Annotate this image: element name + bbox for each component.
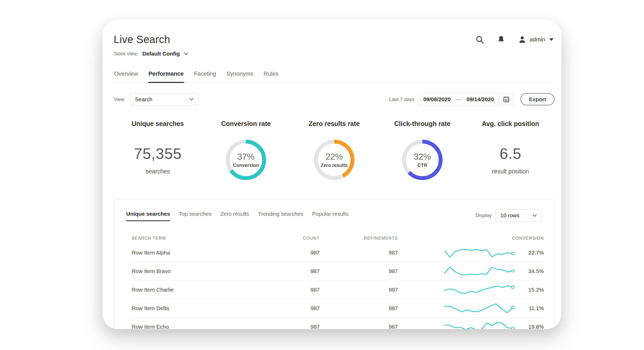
nav-tab-rules[interactable]: Rules: [263, 70, 279, 82]
cell-search-term: Row Item Charlie: [132, 287, 254, 293]
results-table: SEARCH TERM COUNT REFINEMENTS CONVERSION…: [114, 233, 554, 329]
table-row[interactable]: Row Item Charlie 987 987 15.2%: [132, 281, 544, 299]
cell-search-term: Row Item Alpha: [132, 250, 254, 256]
kpi-donut-chart: 32% CTR: [402, 140, 443, 180]
kpi-body: 32% CTR: [402, 136, 443, 183]
date-end: 09/14/2020: [466, 96, 494, 102]
nav-tabs: OverviewPerformanceFacetingSynonymsRules: [114, 70, 555, 83]
cell-search-term: Row Item Echo: [132, 324, 254, 329]
export-button[interactable]: Export: [520, 93, 555, 105]
date-range-input[interactable]: 09/08/2020 — 09/14/2020: [419, 93, 498, 105]
kpi-card-unique-searches: Unique searches 75,355 searches: [114, 120, 202, 183]
cell-refinements: 987: [320, 250, 398, 256]
column-header-refinements: REFINEMENTS: [320, 236, 398, 241]
column-header-search-term: SEARCH TERM: [132, 236, 254, 241]
cell-search-term: Row Item Bravo: [132, 268, 254, 274]
table-row[interactable]: Row Item Bravo 987 987 34.5%: [132, 262, 544, 281]
conversion-sparkline: [443, 246, 518, 260]
kpi-title: Avg. click position: [482, 120, 539, 128]
chevron-down-icon: [184, 52, 188, 55]
calendar-button[interactable]: [499, 93, 514, 105]
kpi-body: 37% Conversion: [226, 136, 266, 183]
store-view[interactable]: Store view: Default Config: [114, 51, 555, 57]
chevron-down-icon: [532, 214, 537, 217]
chevron-down-icon: [189, 98, 194, 101]
kpi-row: Unique searches 75,355 searches Conversi…: [114, 120, 555, 183]
rows-per-page-select[interactable]: 10 rows: [495, 209, 542, 222]
page-header: Live Search admin: [114, 20, 555, 45]
conversion-sparkline: [443, 320, 518, 329]
table-tab-top-searches[interactable]: Top searches: [179, 211, 211, 221]
table-row[interactable]: Row Item Echo 987 987 19.8%: [132, 318, 544, 329]
cell-conversion: 11.1%: [525, 305, 544, 311]
cell-conversion: 34.5%: [525, 268, 544, 274]
user-name: admin: [530, 36, 545, 43]
cell-refinements: 987: [320, 287, 398, 293]
kpi-value: 6.5: [500, 145, 521, 162]
kpi-donut-chart: 37% Conversion: [226, 140, 266, 180]
search-icon[interactable]: [475, 35, 484, 44]
kpi-card-conversion-rate: Conversion rate 37% Conversion: [202, 120, 290, 183]
kpi-card-click-through-rate: Click-through rate 32% CTR: [378, 120, 466, 183]
cell-refinements: 987: [320, 324, 398, 329]
display-label: Display: [476, 213, 492, 218]
conversion-sparkline: [443, 283, 518, 297]
kpi-body: 75,355 searches: [134, 136, 181, 183]
cell-refinements: 987: [320, 268, 398, 274]
cell-conversion: 22.7%: [525, 250, 544, 256]
view-select-value: Search: [135, 96, 153, 102]
nav-tab-faceting[interactable]: Faceting: [193, 70, 216, 82]
table-tab-popular-results[interactable]: Popular results: [312, 211, 349, 221]
page-title: Live Search: [114, 34, 170, 45]
kpi-donut-label: Conversion: [233, 163, 259, 168]
cell-count: 987: [254, 268, 320, 274]
date-separator: —: [456, 96, 461, 102]
caret-down-icon: [549, 38, 554, 41]
column-header-conversion: CONVERSION: [398, 236, 544, 241]
store-view-label: Store view:: [114, 51, 138, 57]
table-tab-zero-results[interactable]: Zero results: [220, 211, 249, 221]
cell-count: 987: [254, 324, 320, 329]
kpi-body: 22% Zero results: [314, 136, 355, 183]
table-row[interactable]: Row Item Delta 987 987 11.1%: [132, 299, 544, 318]
cell-refinements: 987: [320, 305, 398, 311]
nav-tab-performance[interactable]: Performance: [148, 70, 184, 82]
kpi-unit: searches: [145, 168, 170, 175]
table-row[interactable]: Row Item Alpha 987 987 22.7%: [132, 244, 544, 262]
table-tab-trending-searches[interactable]: Trending searches: [258, 211, 303, 221]
view-label: View: [114, 96, 124, 102]
kpi-donut-label: CTR: [417, 163, 427, 168]
store-view-value: Default Config: [142, 51, 180, 57]
kpi-title: Unique searches: [132, 120, 184, 128]
cell-search-term: Row Item Delta: [132, 305, 254, 311]
view-select[interactable]: Search: [130, 93, 199, 105]
kpi-donut-value: 22%: [325, 152, 343, 162]
toolbar: View Search Last 7 days 09/08/2020 — 09/…: [114, 93, 555, 105]
bell-icon[interactable]: [497, 35, 506, 44]
live-search-card: Live Search admin: [102, 20, 561, 329]
cell-count: 987: [254, 305, 320, 311]
date-start: 09/08/2020: [423, 96, 451, 102]
nav-tab-synonyms[interactable]: Synonyms: [226, 70, 254, 82]
cell-conversion: 19.8%: [525, 324, 544, 329]
column-header-count: COUNT: [254, 236, 320, 241]
kpi-donut-label: Zero results: [321, 163, 348, 168]
kpi-donut-value: 32%: [414, 152, 431, 162]
kpi-body: 6.5 result position: [492, 136, 529, 183]
kpi-card-zero-results-rate: Zero results rate 22% Zero results: [290, 120, 378, 183]
user-avatar-icon: [518, 35, 526, 44]
kpi-unit: result position: [492, 168, 529, 175]
nav-tab-overview[interactable]: Overview: [114, 70, 139, 82]
kpi-donut-value: 37%: [237, 152, 254, 162]
cell-count: 987: [254, 287, 320, 293]
user-menu[interactable]: admin: [518, 35, 554, 44]
calendar-icon: [503, 96, 510, 103]
kpi-title: Click-through rate: [394, 120, 450, 128]
rows-per-page-value: 10 rows: [500, 212, 520, 219]
cell-conversion: 15.2%: [525, 287, 544, 293]
kpi-title: Zero results rate: [309, 120, 360, 128]
kpi-card-avg-click-position: Avg. click position 6.5 result position: [466, 120, 555, 183]
results-panel: Unique searchesTop searchesZero resultsT…: [114, 199, 555, 329]
table-tab-unique-searches[interactable]: Unique searches: [126, 211, 170, 221]
table-header: SEARCH TERM COUNT REFINEMENTS CONVERSION: [132, 233, 544, 244]
